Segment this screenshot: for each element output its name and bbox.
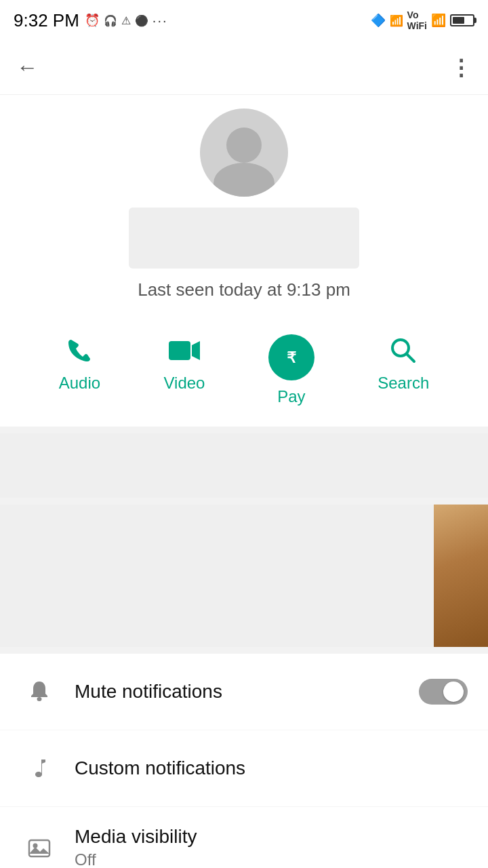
media-visibility-row[interactable]: Media visibility Off (0, 807, 488, 868)
shared-media-block (0, 505, 434, 647)
pay-label: Pay (277, 387, 305, 406)
media-preview-thumbnail (434, 505, 488, 647)
divider-3 (0, 647, 488, 654)
pay-circle: ₹ (268, 334, 314, 380)
media-visibility-icon-wrap (20, 829, 58, 867)
video-icon (166, 334, 203, 367)
phone-icon (63, 334, 96, 367)
media-visibility-subtitle: Off (75, 850, 468, 868)
mute-notifications-row[interactable]: Mute notifications (0, 654, 488, 730)
info-section-1 (0, 433, 488, 498)
dots-icon: ··· (152, 13, 168, 28)
avatar (200, 108, 288, 197)
info-block-1 (0, 433, 488, 498)
settings-section: Mute notifications Custom notifications … (0, 654, 488, 868)
rupee-icon: ₹ (279, 345, 304, 370)
svg-rect-6 (29, 840, 49, 856)
signal-icon: 📶 (390, 14, 403, 27)
mute-notifications-text: Mute notifications (75, 681, 419, 703)
video-call-button[interactable]: Video (163, 334, 205, 406)
battery-icon (450, 14, 474, 26)
alarm-icon: ⏰ (85, 13, 100, 28)
back-button[interactable]: ← (16, 55, 38, 80)
svg-line-4 (407, 354, 414, 361)
svg-rect-0 (169, 341, 190, 360)
time-display: 9:32 PM (14, 10, 79, 31)
search-label: Search (378, 374, 429, 393)
video-label: Video (163, 374, 205, 393)
mute-notifications-toggle[interactable] (419, 679, 468, 705)
status-right-icons: 🔷 📶 VoWiFi 📶 (371, 9, 474, 31)
pay-button[interactable]: ₹ Pay (268, 334, 314, 406)
divider-2 (0, 498, 488, 505)
toggle-thumb (443, 682, 464, 702)
shared-media-section (0, 505, 488, 647)
svg-point-5 (37, 697, 42, 701)
custom-notifications-title: Custom notifications (75, 757, 468, 779)
more-options-button[interactable]: ⋮ (450, 57, 472, 79)
media-visibility-title: Media visibility (75, 826, 468, 848)
mute-icon-wrap (20, 673, 58, 711)
custom-notifications-row[interactable]: Custom notifications (0, 730, 488, 807)
status-left-icons: ⏰ 🎧 ⚠ ⚫ ··· (85, 13, 168, 28)
image-icon (26, 835, 52, 861)
avatar-body (214, 163, 274, 197)
search-button[interactable]: Search (378, 334, 429, 406)
top-nav: ← ⋮ (0, 41, 488, 95)
mute-notifications-title: Mute notifications (75, 681, 419, 703)
circle-icon: ⚫ (135, 14, 148, 27)
media-visibility-text: Media visibility Off (75, 826, 468, 868)
avatar-head (226, 127, 262, 163)
action-buttons-row: Audio Video ₹ Pay Search (0, 321, 488, 427)
status-time: 9:32 PM ⏰ 🎧 ⚠ ⚫ ··· (14, 10, 168, 31)
warning-icon: ⚠ (121, 14, 131, 27)
contact-name-bar (129, 208, 359, 269)
status-bar: 9:32 PM ⏰ 🎧 ⚠ ⚫ ··· 🔷 📶 VoWiFi 📶 (0, 0, 488, 41)
bluetooth-icon: 🔷 (371, 13, 386, 28)
bell-icon (26, 679, 52, 705)
music-note-icon (26, 755, 52, 781)
custom-notif-icon-wrap (20, 749, 58, 787)
last-seen-text: Last seen today at 9:13 pm (138, 279, 350, 300)
custom-notifications-text: Custom notifications (75, 757, 468, 779)
search-icon (387, 334, 420, 367)
svg-text:₹: ₹ (287, 349, 297, 366)
wifi-icon: 📶 (431, 13, 446, 28)
audio-label: Audio (59, 374, 100, 393)
svg-marker-1 (192, 341, 200, 360)
audio-call-button[interactable]: Audio (59, 334, 100, 406)
headset-icon: 🎧 (104, 14, 117, 27)
vowifi-icon: VoWiFi (407, 9, 427, 31)
divider-1 (0, 427, 488, 433)
profile-section: Last seen today at 9:13 pm (0, 95, 488, 321)
